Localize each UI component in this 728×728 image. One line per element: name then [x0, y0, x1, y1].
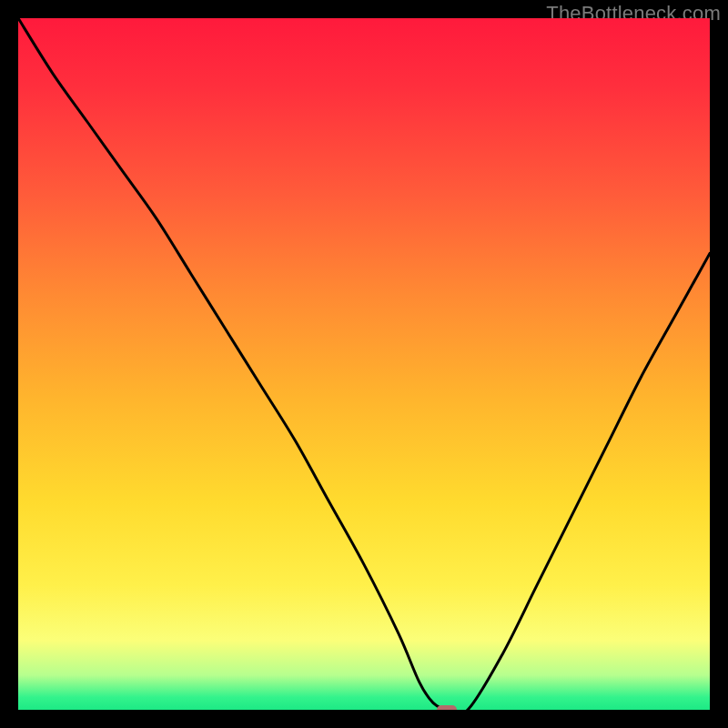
optimal-point-marker: [437, 705, 457, 710]
chart-frame: TheBottleneck.com: [0, 0, 728, 728]
plot-area: [18, 18, 710, 710]
bottleneck-curve: [18, 18, 710, 710]
